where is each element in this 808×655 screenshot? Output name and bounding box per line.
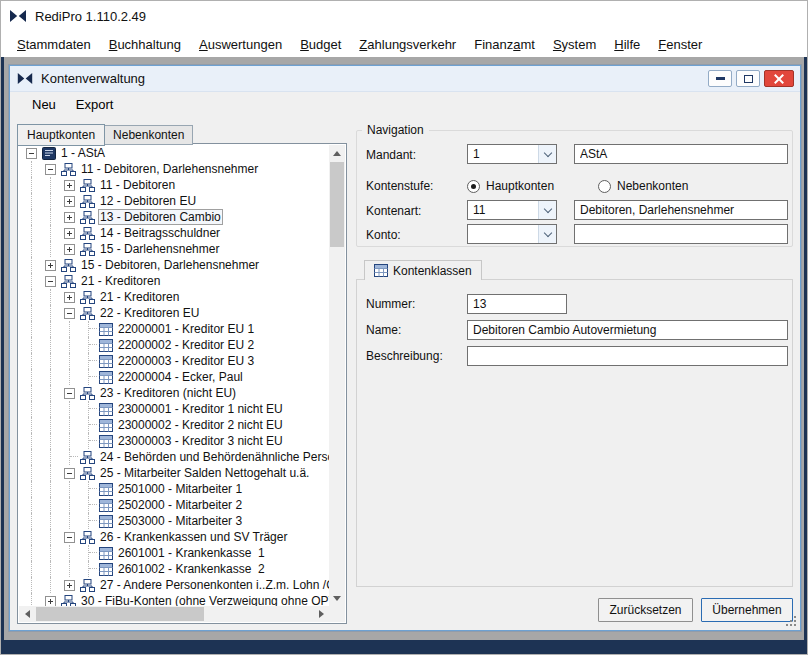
tree-item[interactable]: 2503000 - Mitarbeiter 3 [19,513,329,529]
zuruecksetzen-button[interactable]: Zurücksetzen [598,598,693,622]
accounts-tree[interactable]: 1 - AStA11 - Debitoren, Darlehensnehmer1… [19,145,329,606]
kontenart-value: 11 [468,203,538,217]
tree-indent-guide [41,433,60,449]
menu-fenster[interactable]: Fenster [649,33,711,56]
vertical-scroll-thumb[interactable] [330,162,344,247]
nummer-field[interactable] [467,294,567,314]
tree-collapse-minus-icon[interactable] [64,468,75,479]
tree-expand-plus-icon[interactable] [64,212,75,223]
tree-item[interactable]: 23 - Kreditoren (nicht EU) [19,385,329,401]
tree-collapse-minus-icon[interactable] [64,532,75,543]
tab-kontenklassen[interactable]: Kontenklassen [364,260,482,280]
tree-collapse-minus-icon[interactable] [45,164,56,175]
tree-item[interactable]: 22 - Kreditoren EU [19,305,329,321]
tree-item[interactable]: 2601001 - Krankenkasse 1 [19,545,329,561]
kontenart-combobox[interactable]: 11 [467,200,557,220]
resize-grip[interactable] [783,613,797,627]
tree-collapse-minus-icon[interactable] [64,308,75,319]
scroll-left-button[interactable] [19,606,35,622]
konto-dropdown-button[interactable] [538,225,556,243]
tree-item[interactable]: 2502000 - Mitarbeiter 2 [19,497,329,513]
nummer-label: Nummer: [366,297,415,311]
tree-item[interactable]: 22000002 - Kreditor EU 2 [19,337,329,353]
org-chart-icon [80,227,95,240]
tree-item[interactable]: 21 - Kreditoren [19,289,329,305]
beschreibung-field[interactable] [467,346,788,366]
menu-finanzamt[interactable]: Finanzamt [465,33,544,56]
mandant-name-field[interactable] [574,144,788,164]
tree-expand-plus-icon[interactable] [64,228,75,239]
maximize-button[interactable] [736,70,760,87]
tree-horizontal-scrollbar[interactable] [19,606,329,622]
tree-item[interactable]: 26 - Krankenkassen und SV Träger [19,529,329,545]
kontenart-dropdown-button[interactable] [538,201,556,219]
tree-item[interactable]: 24 - Behörden und Behördenähnliche Perso… [19,449,329,465]
tree-item[interactable]: 15 - Darlehensnehmer [19,241,329,257]
radio-nebenkonten[interactable]: Nebenkonten [598,178,688,194]
tree-item[interactable]: 22000003 - Kreditor EU 3 [19,353,329,369]
tree-expand-plus-icon[interactable] [64,196,75,207]
kontenart-name-field[interactable] [574,200,788,220]
tree-indent-guide [41,241,60,257]
tree-item[interactable]: 12 - Debitoren EU [19,193,329,209]
scroll-up-button[interactable] [329,145,345,161]
tree-item[interactable]: 11 - Debitoren, Darlehensnehmer [19,161,329,177]
tree-expand-plus-icon[interactable] [64,244,75,255]
tree-expand-plus-icon[interactable] [45,260,56,271]
tree-collapse-minus-icon[interactable] [64,388,75,399]
tab-hauptkonten[interactable]: Hauptkonten [17,124,105,146]
tree-collapse-minus-icon[interactable] [45,276,56,287]
tree-indent-guide [41,369,60,385]
name-field[interactable] [467,320,788,340]
menu-system[interactable]: System [544,33,605,56]
tab-nebenkonten[interactable]: Nebenkonten [105,125,193,145]
tree-indent-guide [60,545,79,561]
close-button[interactable] [764,70,794,87]
tree-item[interactable]: 23000002 - Kreditor 2 nicht EU [19,417,329,433]
tree-item[interactable]: 14 - Beitragsschuldner [19,225,329,241]
child-titlebar[interactable]: Kontenverwaltung [10,66,800,92]
tree-item-label: 2502000 - Mitarbeiter 2 [116,498,244,512]
menu-hilfe[interactable]: Hilfe [605,33,649,56]
tree-item[interactable]: 25 - Mitarbeiter Salden Nettogehalt u.ä. [19,465,329,481]
tree-item[interactable]: 22000001 - Kreditor EU 1 [19,321,329,337]
tree-expand-plus-icon[interactable] [64,180,75,191]
uebernehmen-button[interactable]: Übernehmen [701,598,793,622]
minimize-button[interactable] [708,70,732,87]
tree-item[interactable]: 15 - Debitoren, Darlehensnehmer [19,257,329,273]
tree-vertical-scrollbar[interactable] [329,145,345,606]
horizontal-scroll-thumb[interactable] [36,607,204,621]
child-menu-neu[interactable]: Neu [22,94,66,115]
tree-item[interactable]: 21 - Kreditoren [19,273,329,289]
tree-item[interactable]: 2501000 - Mitarbeiter 1 [19,481,329,497]
tree-expander-cell [60,385,79,401]
tree-item[interactable]: 30 - FiBu-Konten (ohne Verzweigung ohne … [19,593,329,606]
mandant-combobox[interactable]: 1 [467,144,557,164]
konto-combobox[interactable] [467,224,557,244]
menu-stammdaten[interactable]: Stammdaten [8,33,100,56]
tree-item[interactable]: 22000004 - Ecker, Paul [19,369,329,385]
tree-collapse-minus-icon[interactable] [26,148,37,159]
menu-budget[interactable]: Budget [291,33,350,56]
tree-expand-plus-icon[interactable] [64,580,75,591]
scroll-down-button[interactable] [329,590,345,606]
menu-auswertungen[interactable]: Auswertungen [190,33,291,56]
tree-item[interactable]: 11 - Debitoren [19,177,329,193]
tree-item[interactable]: 23000001 - Kreditor 1 nicht EU [19,401,329,417]
mandant-dropdown-button[interactable] [538,145,556,163]
scroll-right-button[interactable] [313,606,329,622]
tree-item[interactable]: 13 - Debitoren Cambio [19,209,329,225]
tree-item[interactable]: 2601002 - Krankenkasse 2 [19,561,329,577]
tree-item[interactable]: 27 - Andere Personenkonten i..Z.m. Lohn … [19,577,329,593]
tree-expand-plus-icon[interactable] [64,292,75,303]
tree-item[interactable]: 1 - AStA [19,145,329,161]
tree-expand-plus-icon[interactable] [45,596,56,607]
menu-buchhaltung[interactable]: Buchhaltung [100,33,190,56]
org-chart-icon [80,531,95,544]
radio-hauptkonten[interactable]: Hauptkonten [467,178,554,194]
konto-name-field[interactable] [574,224,788,244]
tree-indent-guide [22,289,41,305]
child-menu-export[interactable]: Export [66,94,124,115]
tree-item[interactable]: 23000003 - Kreditor 3 nicht EU [19,433,329,449]
menu-zahlungsverkehr[interactable]: Zahlungsverkehr [350,33,465,56]
